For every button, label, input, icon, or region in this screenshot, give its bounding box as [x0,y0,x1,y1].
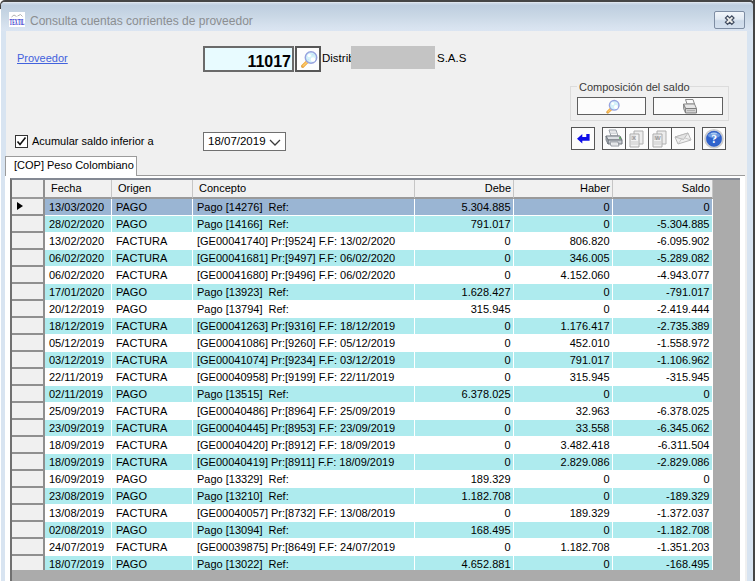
svg-text:TEXTIL: TEXTIL [10,18,25,27]
svg-text:W: W [655,135,661,141]
svg-text:?: ? [711,133,717,145]
svg-text:X: X [632,135,636,141]
